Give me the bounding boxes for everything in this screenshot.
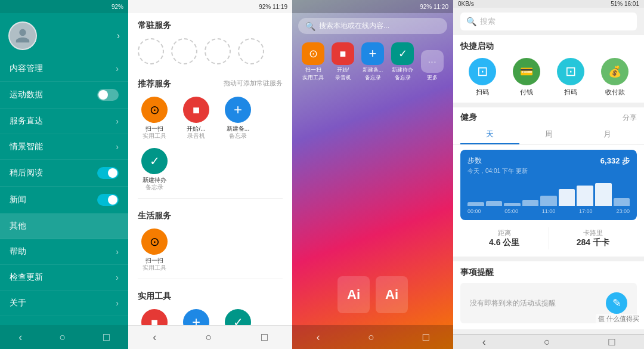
menu-item-help[interactable]: 帮助 › bbox=[0, 239, 128, 265]
scan-icon: ⊙ bbox=[141, 97, 168, 123]
quick-app-todo[interactable]: ✓ 新建待办 备忘录 bbox=[389, 42, 416, 82]
status-bar-2: 92% 11:19 bbox=[128, 0, 292, 13]
menu-item-scene[interactable]: 情景智能 › bbox=[0, 134, 128, 160]
ql-pay-icon: 💳 bbox=[513, 58, 540, 85]
life-scan[interactable]: ⊙ 扫一扫实用工具 bbox=[138, 228, 171, 271]
status-bar-4: 0KB/s 51% 16:01 bbox=[453, 0, 644, 8]
quick-app-more[interactable]: ··· 更多 bbox=[419, 50, 445, 82]
health-share[interactable]: 分享 bbox=[623, 113, 637, 123]
bar-active bbox=[559, 189, 575, 206]
pinned-slot[interactable] bbox=[238, 38, 264, 64]
search-icon: 🔍 bbox=[305, 21, 315, 31]
recommend-services: ⊙ 扫一扫实用工具 ■ 开始/...录音机 + 新建备...备忘录 ✓ 新建待办… bbox=[128, 94, 292, 198]
menu-item-update[interactable]: 检查更新 › bbox=[0, 265, 128, 291]
home-button[interactable]: ○ bbox=[60, 331, 66, 344]
tool-todo[interactable]: ✓ 新建待办备忘录 bbox=[221, 309, 255, 325]
divider bbox=[138, 198, 283, 199]
pinned-slot[interactable] bbox=[138, 38, 164, 64]
status-text-2: 92% 11:19 bbox=[259, 4, 287, 10]
news-toggle[interactable] bbox=[97, 194, 119, 206]
steps-sub: 今天，04:01 下午 更新 bbox=[467, 167, 528, 175]
recommend-header: 推荐服务 拖动可添加常驻服务 bbox=[128, 72, 292, 94]
back-button-2[interactable]: ‹ bbox=[153, 331, 156, 344]
launcher-search[interactable]: 🔍 搜索本地或在线内容... bbox=[298, 18, 447, 34]
tool-services: ■ 开始/...录音机 + 新建备...备忘录 ✓ 新建待办备忘录 bbox=[128, 307, 292, 325]
sport-toggle[interactable] bbox=[97, 89, 119, 101]
reminder-title: 事项提醒 bbox=[460, 267, 637, 278]
bar-active bbox=[577, 186, 593, 206]
qa-more-icon: ··· bbox=[421, 50, 444, 73]
recent-button-4[interactable]: □ bbox=[608, 336, 615, 348]
status-right: 51% 16:01 bbox=[611, 1, 639, 7]
tool-record[interactable]: ■ 开始/...录音机 bbox=[138, 309, 171, 325]
menu-item-sport[interactable]: 运动数据 bbox=[0, 82, 128, 109]
home-button-3[interactable]: ○ bbox=[368, 331, 374, 344]
menu-item-news[interactable]: 新闻 bbox=[0, 187, 128, 214]
record-icon: ■ bbox=[183, 97, 209, 123]
home-button-4[interactable]: ○ bbox=[544, 336, 550, 348]
back-button-4[interactable]: ‹ bbox=[482, 336, 486, 348]
profile-chevron: › bbox=[117, 30, 120, 41]
avatar[interactable] bbox=[8, 21, 37, 50]
ai-icon-2[interactable]: Ai bbox=[376, 276, 408, 313]
ql-receive[interactable]: 💰 收付款 bbox=[597, 58, 633, 97]
ql-row: ⊡ 扫码 💳 付钱 ⊡ 扫码 💰 收付款 bbox=[460, 58, 637, 97]
back-button-3[interactable]: ‹ bbox=[316, 331, 320, 344]
recent-button-3[interactable]: □ bbox=[423, 331, 429, 344]
quick-app-note[interactable]: + 新建备... 备忘录 bbox=[360, 42, 386, 82]
steps-value: 6,332 步 bbox=[600, 156, 630, 166]
divider2 bbox=[138, 279, 283, 279]
chevron-icon: › bbox=[116, 116, 119, 126]
quick-launch: 快捷启动 ⊡ 扫码 💳 付钱 ⊡ 扫码 💰 收付款 bbox=[453, 35, 644, 103]
service-scan[interactable]: ⊙ 扫一扫实用工具 bbox=[138, 97, 171, 140]
chevron-icon: › bbox=[116, 247, 119, 257]
tab-week[interactable]: 周 bbox=[519, 125, 578, 144]
service-note-add[interactable]: + 新建备...备忘录 bbox=[221, 97, 255, 140]
ql-scan1[interactable]: ⊡ 扫码 bbox=[465, 58, 500, 97]
menu-item-other[interactable]: 其他 bbox=[0, 214, 128, 239]
menu-item-later[interactable]: 稍后阅读 bbox=[0, 160, 128, 187]
steps-chart bbox=[467, 175, 630, 208]
status-bar-1: 92% bbox=[0, 0, 128, 13]
profile-header[interactable]: › bbox=[0, 13, 128, 56]
nav-bar-3: ‹ ○ □ bbox=[292, 325, 453, 349]
ai-icon-1[interactable]: Ai bbox=[338, 276, 370, 313]
tools-header: 实用工具 bbox=[128, 284, 292, 307]
ql-scan2[interactable]: ⊡ 扫码 bbox=[553, 58, 589, 97]
reminder-fab[interactable]: ✎ bbox=[606, 292, 627, 314]
quick-app-record[interactable]: ■ 开始/ 录音机 bbox=[330, 42, 356, 82]
steps-card: 步数 今天，04:01 下午 更新 6,332 步 00:00 05:00 11 bbox=[460, 150, 637, 220]
menu-item-about[interactable]: 关于 › bbox=[0, 291, 128, 316]
menu-item-content[interactable]: 内容管理 › bbox=[0, 56, 128, 82]
chevron-icon: › bbox=[116, 298, 119, 308]
pinned-slot[interactable] bbox=[205, 38, 231, 64]
life-scan-icon: ⊙ bbox=[141, 228, 168, 255]
service-todo[interactable]: ✓ 新建待办备忘录 bbox=[138, 148, 171, 191]
health-search[interactable]: 🔍 搜索 bbox=[460, 13, 637, 30]
chevron-icon: › bbox=[116, 273, 119, 282]
tool-note[interactable]: + 新建备...备忘录 bbox=[179, 309, 213, 325]
home-button-2[interactable]: ○ bbox=[206, 331, 212, 344]
ql-pay[interactable]: 💳 付钱 bbox=[509, 58, 544, 97]
quick-app-scan[interactable]: ⊙ 扫一扫 实用工具 bbox=[300, 42, 326, 82]
search-placeholder: 搜索本地或在线内容... bbox=[319, 21, 389, 31]
health-panel: 0KB/s 51% 16:01 🔍 搜索 快捷启动 ⊡ 扫码 💳 付钱 ⊡ 扫码… bbox=[453, 0, 644, 349]
pinned-slot[interactable] bbox=[171, 38, 197, 64]
health-section: 健身 分享 天 周 月 步数 今天，04:01 下午 更新 6,332 步 bbox=[453, 107, 644, 257]
tab-day[interactable]: 天 bbox=[460, 125, 519, 144]
service-record[interactable]: ■ 开始/...录音机 bbox=[179, 97, 213, 140]
later-toggle[interactable] bbox=[97, 167, 119, 179]
back-button[interactable]: ‹ bbox=[18, 331, 22, 344]
tab-month[interactable]: 月 bbox=[578, 125, 637, 144]
launcher-panel: 92% 11:20 🔍 搜索本地或在线内容... ⊙ 扫一扫 实用工具 ■ 开始… bbox=[292, 0, 453, 349]
life-services: ⊙ 扫一扫实用工具 bbox=[128, 226, 292, 279]
ql-scan2-icon: ⊡ bbox=[557, 58, 584, 85]
nav-bar-2: ‹ ○ □ bbox=[128, 325, 292, 349]
chevron-icon: › bbox=[116, 64, 119, 73]
recent-button-2[interactable]: □ bbox=[261, 331, 268, 344]
service-panel: 92% 11:19 常驻服务 推荐服务 拖动可添加常驻服务 ⊙ 扫一扫实用工具 … bbox=[128, 0, 292, 349]
health-tabs: 天 周 月 bbox=[453, 125, 644, 145]
recent-button[interactable]: □ bbox=[103, 331, 110, 344]
ql-scan1-icon: ⊡ bbox=[469, 58, 496, 85]
menu-item-service[interactable]: 服务直达 › bbox=[0, 109, 128, 134]
